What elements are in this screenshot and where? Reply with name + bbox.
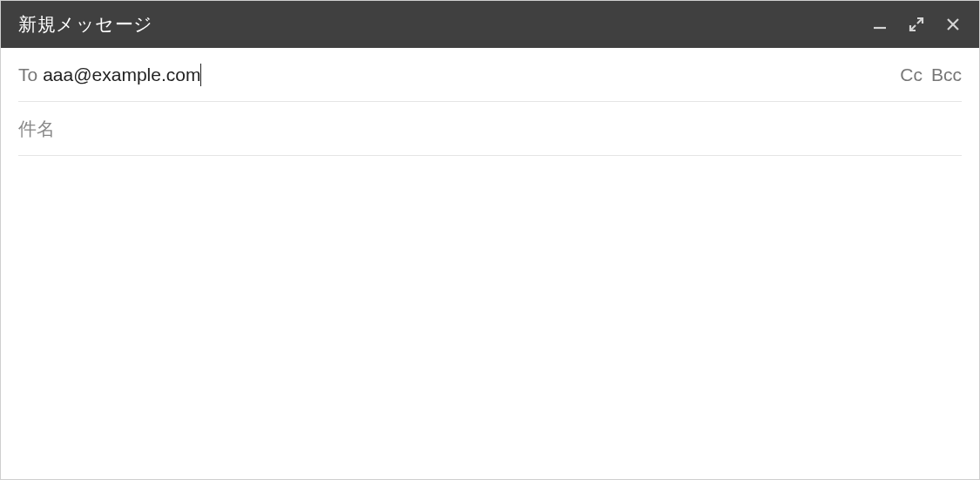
to-label: To: [18, 64, 37, 85]
to-input-wrap[interactable]: aaa@example.com: [43, 64, 900, 86]
text-caret: [200, 64, 201, 86]
minimize-icon[interactable]: [871, 16, 889, 33]
body-area: [1, 156, 979, 479]
subject-input[interactable]: [18, 118, 962, 139]
titlebar-actions: [871, 16, 962, 33]
cc-bcc-group: Cc Bcc: [900, 64, 962, 85]
body-textarea[interactable]: [18, 170, 962, 465]
close-icon[interactable]: [944, 16, 962, 33]
bcc-link[interactable]: Bcc: [931, 64, 962, 85]
titlebar: 新規メッセージ: [1, 1, 979, 48]
to-row: To aaa@example.com Cc Bcc: [18, 48, 962, 102]
window-title: 新規メッセージ: [18, 12, 871, 37]
expand-icon[interactable]: [908, 16, 925, 33]
to-input[interactable]: aaa@example.com: [43, 64, 200, 85]
cc-link[interactable]: Cc: [900, 64, 923, 85]
subject-row: [18, 102, 962, 156]
header-fields: To aaa@example.com Cc Bcc: [1, 48, 979, 156]
compose-window: 新規メッセージ To aaa@example.com: [0, 0, 980, 480]
